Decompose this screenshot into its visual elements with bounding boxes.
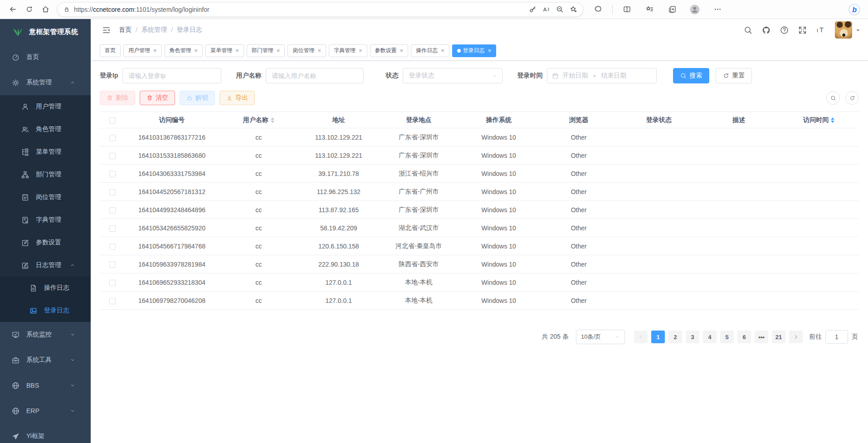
split-screen-button[interactable] <box>619 2 635 17</box>
tab-close-icon[interactable]: × <box>317 47 321 54</box>
clear-button[interactable]: 清空 <box>140 91 175 105</box>
sidebar-item-dept-management[interactable]: 部门管理 <box>0 163 91 186</box>
font-size-button[interactable]: tT <box>813 23 828 37</box>
refresh-button[interactable] <box>845 91 859 105</box>
page-2-button[interactable]: 2 <box>668 331 682 343</box>
goto-page-input[interactable] <box>825 330 848 344</box>
avatar-caret-icon[interactable] <box>856 29 860 33</box>
tab-operation-log[interactable]: 操作日志× <box>411 44 449 57</box>
page-4-button[interactable]: 4 <box>703 331 717 343</box>
profile-button[interactable] <box>687 2 703 17</box>
row-checkbox[interactable] <box>109 135 116 141</box>
extensions-button[interactable] <box>590 2 606 17</box>
page-1-button[interactable]: 1 <box>651 331 665 343</box>
row-checkbox[interactable] <box>109 171 116 177</box>
tab-close-icon[interactable]: × <box>488 47 492 54</box>
sidebar-item-param-settings[interactable]: 参数设置 <box>0 231 91 254</box>
delete-button[interactable]: 删除 <box>100 91 135 105</box>
unlock-button[interactable]: 解锁 <box>180 91 215 105</box>
row-checkbox[interactable] <box>109 225 116 232</box>
row-checkbox[interactable] <box>109 298 116 304</box>
sidebar-item-dict-management[interactable]: 字典管理 <box>0 209 91 231</box>
tab-menu-management[interactable]: 菜单管理× <box>205 44 244 57</box>
page-6-button[interactable]: 6 <box>737 331 751 343</box>
copilot-button[interactable]: b <box>846 2 863 17</box>
select-all-checkbox[interactable] <box>109 117 116 124</box>
row-checkbox[interactable] <box>109 280 116 286</box>
sidebar-item-operation-log[interactable]: 操作日志 <box>0 277 91 299</box>
sidebar-item-login-log[interactable]: 登录日志 <box>0 299 91 322</box>
user-avatar[interactable] <box>835 21 852 39</box>
login-ip-input[interactable] <box>122 68 221 83</box>
breadcrumb-item-home[interactable]: 首页 <box>119 26 132 34</box>
page-21-button[interactable]: 21 <box>772 331 785 343</box>
fullscreen-button[interactable] <box>795 23 809 37</box>
reset-button[interactable]: 重置 <box>716 68 752 83</box>
tab-dict-management[interactable]: 字典管理× <box>329 44 367 57</box>
tab-close-icon[interactable]: × <box>441 47 444 54</box>
user-name-input[interactable] <box>266 68 364 83</box>
tab-close-icon[interactable]: × <box>277 47 280 54</box>
key-button[interactable] <box>526 3 539 16</box>
search-button[interactable]: 搜索 <box>673 68 709 83</box>
page-5-button[interactable]: 5 <box>720 331 734 343</box>
address-bar[interactable]: https://ccnetcore.com:1101/system/log/lo… <box>57 2 583 17</box>
sidebar-item-role-management[interactable]: 角色管理 <box>0 118 91 141</box>
sidebar-item-home[interactable]: 首页 <box>0 44 91 70</box>
page-ellipsis-button[interactable]: ••• <box>755 331 768 343</box>
login-time-range-picker[interactable]: 开始日期 - 结束日期 <box>547 68 657 83</box>
column-header-time[interactable]: 访问时间 <box>779 112 859 128</box>
tab-param-settings[interactable]: 参数设置× <box>370 44 409 57</box>
sidebar-item-user-management[interactable]: 用户管理 <box>0 95 91 118</box>
favorites-button[interactable] <box>641 2 658 17</box>
tab-home[interactable]: 首页 <box>100 44 121 57</box>
column-header-username[interactable]: 用户名称 <box>219 112 299 128</box>
tab-user-management[interactable]: 用户管理× <box>123 44 162 57</box>
sidebar-item-menu-management[interactable]: 菜单管理 <box>0 141 91 163</box>
tab-close-icon[interactable]: × <box>235 47 239 54</box>
zoom-out-button[interactable] <box>553 3 566 16</box>
collections-button[interactable] <box>664 2 680 17</box>
sort-caret-icon[interactable] <box>271 117 274 123</box>
tab-dept-management[interactable]: 部门管理× <box>247 44 285 57</box>
sidebar-item-post-management[interactable]: 岗位管理 <box>0 186 91 209</box>
row-checkbox[interactable] <box>109 153 116 159</box>
read-aloud-button[interactable]: A <box>539 3 553 16</box>
sidebar-collapse-button[interactable] <box>99 23 113 37</box>
tab-role-management[interactable]: 角色管理× <box>165 44 203 57</box>
question-button[interactable] <box>777 23 791 37</box>
sidebar-item-system-tools[interactable]: 系统工具 <box>0 347 91 373</box>
tab-close-icon[interactable]: × <box>153 47 157 54</box>
tab-close-icon[interactable]: × <box>195 47 198 54</box>
more-button[interactable] <box>709 2 726 17</box>
favorite-add-button[interactable] <box>566 3 580 16</box>
refresh-button[interactable] <box>21 2 37 17</box>
page-3-button[interactable]: 3 <box>686 331 699 343</box>
row-checkbox[interactable] <box>109 207 116 214</box>
tab-close-icon[interactable]: × <box>359 47 362 54</box>
home-button[interactable] <box>37 2 54 17</box>
github-button[interactable] <box>759 23 773 37</box>
page-size-select[interactable]: 10条/页 <box>576 330 625 344</box>
sort-caret-icon[interactable] <box>831 117 834 123</box>
row-checkbox[interactable] <box>109 189 116 195</box>
search-button[interactable] <box>741 23 755 37</box>
export-button[interactable]: 导出 <box>219 91 255 105</box>
sidebar-item-bbs[interactable]: BBS <box>0 373 91 398</box>
breadcrumb-item-system[interactable]: 系统管理 <box>141 26 167 34</box>
sidebar-item-yi-framework[interactable]: Yi框架 <box>0 424 91 443</box>
row-checkbox[interactable] <box>109 262 116 268</box>
tab-close-icon[interactable]: × <box>400 47 404 54</box>
row-checkbox[interactable] <box>109 243 116 250</box>
prev-page-button[interactable] <box>634 331 648 343</box>
tab-login-log[interactable]: 登录日志× <box>452 44 497 57</box>
sidebar-item-log-management[interactable]: 日志管理 <box>0 254 91 277</box>
sidebar-item-erp[interactable]: ERP <box>0 398 91 424</box>
next-page-button[interactable] <box>789 331 803 343</box>
sidebar-item-system-monitor[interactable]: 系统监控 <box>0 322 91 347</box>
search-button[interactable] <box>826 91 840 105</box>
tab-post-management[interactable]: 岗位管理× <box>288 44 326 57</box>
status-select[interactable]: 登录状态 <box>403 68 502 83</box>
back-button[interactable] <box>5 2 21 17</box>
sidebar-item-system-management[interactable]: 系统管理 <box>0 70 91 95</box>
